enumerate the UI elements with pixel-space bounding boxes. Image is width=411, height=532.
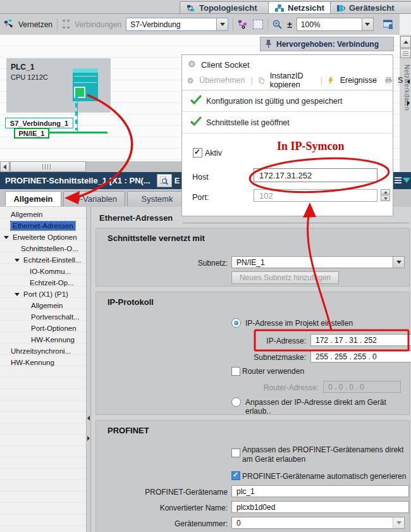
radio-ip-in-project[interactable] <box>231 318 241 328</box>
toolbar-separator <box>57 18 58 31</box>
scroll-grip <box>42 164 51 170</box>
adjust-name-checkbox[interactable] <box>231 448 240 457</box>
s7-connection-label[interactable]: S7_Verbindung_1 <box>5 118 73 128</box>
apply-button[interactable]: Übernehmen <box>199 76 245 85</box>
nav-item-echtzeit-op[interactable]: Echtzeit-Op... <box>0 277 86 288</box>
extra-button-partial[interactable]: S <box>398 76 403 85</box>
tab-geraetesicht[interactable]: Gerätesicht <box>330 1 411 14</box>
window-user-icon[interactable] <box>383 20 394 29</box>
inspector-title: PROFINET-Schnittstelle_1 [X1 : PN(... <box>0 176 150 185</box>
nav-item-portverschalt[interactable]: Portverschalt... <box>0 311 86 323</box>
nav-item-hw-kennung[interactable]: HW-Kennung <box>0 357 86 368</box>
tab-systemkonstanten-label: Systemk <box>142 194 173 204</box>
events-button[interactable]: Ereignisse <box>340 76 377 85</box>
nav-item-echtzeit-einstell[interactable]: Echtzeit-Einstell... <box>0 254 86 266</box>
s7-connection-line[interactable] <box>73 95 80 130</box>
nav-item-allgemein[interactable]: Allgemein <box>0 300 86 311</box>
verbindungen-icon[interactable] <box>62 20 70 29</box>
properties-magnifier-icon <box>160 176 168 185</box>
subnet-mask-field[interactable]: 255 . 255 . 255 . 0 <box>310 350 411 362</box>
nav-item-label: Portverschalt... <box>31 313 80 321</box>
tree-expand-icon[interactable] <box>15 293 20 296</box>
nav-item-port-optionen[interactable]: Port-Optionen <box>0 323 86 334</box>
tab-systemkonstanten[interactable]: Systemk <box>127 191 187 206</box>
scroll-left-button[interactable] <box>0 161 9 172</box>
show-addresses-icon[interactable] <box>238 20 248 29</box>
zoom-in-icon[interactable] <box>273 20 283 30</box>
verbindungen-button[interactable]: Verbindungen <box>75 20 121 29</box>
plc-device[interactable]: PLC_1 CPU 1212C <box>6 58 111 113</box>
ip-address-field[interactable]: 172 . 17 . 31 . 252 <box>310 334 411 346</box>
tab-io-variablen-label: IO-Variablen <box>71 194 117 204</box>
nav-item-port-x1-p1[interactable]: Port (X1) (P1) <box>0 288 86 300</box>
subnet-line[interactable] <box>48 132 107 133</box>
nav-item-io-kommu[interactable]: IO-Kommu... <box>0 266 86 277</box>
canvas-hscrollbar[interactable] <box>0 161 181 172</box>
vernetzen-button[interactable]: Vernetzen <box>18 20 52 29</box>
tab-topologiesicht[interactable]: Topologiesicht <box>180 1 271 14</box>
panel-menu-icon[interactable] <box>395 177 402 183</box>
printer-icon <box>385 76 392 85</box>
tab-io-variablen[interactable]: IO-Variablen <box>63 191 125 206</box>
device-name: PLC_1 <box>11 63 34 71</box>
nav-item-label: Port-Optionen <box>31 325 77 332</box>
use-router-checkbox[interactable] <box>231 367 240 376</box>
radio-ip-on-device-label: Anpassen der IP-Adresse direkt am Gerät … <box>245 398 409 416</box>
active-checkbox[interactable] <box>193 148 202 158</box>
nav-item-allgemein[interactable]: Allgemein <box>0 209 86 220</box>
splitter-collapse-right-icon[interactable] <box>87 436 90 441</box>
subnet-label[interactable]: PN/IE_1 <box>14 128 49 139</box>
zoom-level-combobox[interactable]: 100% <box>297 18 374 31</box>
fit-selection-icon[interactable] <box>253 20 263 29</box>
router-address-label: Router-Adresse: <box>214 383 319 392</box>
splitter-collapse-left-icon[interactable] <box>87 416 90 421</box>
nav-item-uhrzeitsynchroni[interactable]: Uhrzeitsynchroni... <box>0 345 86 357</box>
profinet-name-field[interactable]: plc_1 <box>231 485 409 497</box>
inspector-body: AllgemeinEthernet-AdressenErweiterte Opt… <box>0 207 411 532</box>
nav-item-ethernet-adressen[interactable]: Ethernet-Adressen <box>0 220 86 232</box>
copy-instance-button[interactable]: InstanzID kopieren <box>270 71 315 89</box>
properties-nav-tree[interactable]: AllgemeinEthernet-AdressenErweiterte Opt… <box>0 207 87 532</box>
nav-item-erweiterte-optionen[interactable]: Erweiterte Optionen <box>0 232 86 243</box>
tree-expand-icon[interactable] <box>4 236 9 239</box>
radio-ip-on-device[interactable] <box>231 397 241 407</box>
hscroll-thumb[interactable] <box>10 161 86 172</box>
converted-name-field[interactable]: plcxb1d0ed <box>231 501 409 513</box>
tab-allgemein[interactable]: Allgemein <box>5 191 61 206</box>
port-input[interactable]: 102 <box>254 189 377 202</box>
nav-item-label: Echtzeit-Op... <box>30 279 74 287</box>
auto-generate-checkbox[interactable] <box>231 471 240 480</box>
vscroll-thumb[interactable] <box>400 49 411 58</box>
panel-expand-icon[interactable] <box>403 178 410 183</box>
dialog-title: Client Socket <box>201 60 250 70</box>
network-icon <box>275 4 284 12</box>
zoom-fit-icon[interactable]: ± <box>287 20 292 30</box>
nav-item-schnittstellen-o[interactable]: Schnittstellen-O... <box>0 243 86 254</box>
pin-icon[interactable] <box>266 40 271 48</box>
spinner-down-button[interactable] <box>381 195 390 201</box>
add-subnet-button[interactable]: Neues Subnetz hinzufügen <box>231 271 339 284</box>
vernetzen-icon[interactable] <box>4 20 14 29</box>
nav-splitter[interactable] <box>87 207 91 532</box>
dropdown-arrow-disabled <box>393 517 404 528</box>
port-spinner[interactable] <box>381 189 390 202</box>
connection-type-combobox[interactable]: S7-Verbindung <box>126 18 228 31</box>
tab-netzsicht[interactable]: Netzsicht <box>268 1 331 14</box>
nav-item-hw-kennung[interactable]: HW-Kennung <box>0 334 86 345</box>
combobox-arrow[interactable] <box>362 18 373 30</box>
tree-expand-icon[interactable] <box>15 259 20 262</box>
properties-content: Ethernet-Adressen Schnittstelle vernetzt… <box>91 207 411 532</box>
combobox-arrow[interactable] <box>216 18 228 30</box>
status-config: Konfiguration ist gültig und gespeichert <box>206 97 342 106</box>
dropdown-arrow[interactable] <box>393 257 404 268</box>
scroll-up-button[interactable] <box>400 36 411 48</box>
spinner-up-button[interactable] <box>381 189 390 195</box>
section-ip-protocol: IP-Protokoll IP-Adresse im Projekt einst… <box>95 292 410 415</box>
host-input[interactable]: 172.17.31.252 <box>254 168 377 182</box>
add-subnet-label: Neues Subnetz hinzufügen <box>240 273 331 282</box>
client-socket-dialog: ⚙ Client Socket Übernehmen | InstanzID k… <box>181 54 393 216</box>
collapse-left-icon[interactable] <box>407 79 410 84</box>
subnet-dropdown[interactable]: PN/IE_1 <box>231 256 405 268</box>
collapse-right-icon[interactable] <box>407 101 410 106</box>
properties-button[interactable] <box>157 174 172 187</box>
